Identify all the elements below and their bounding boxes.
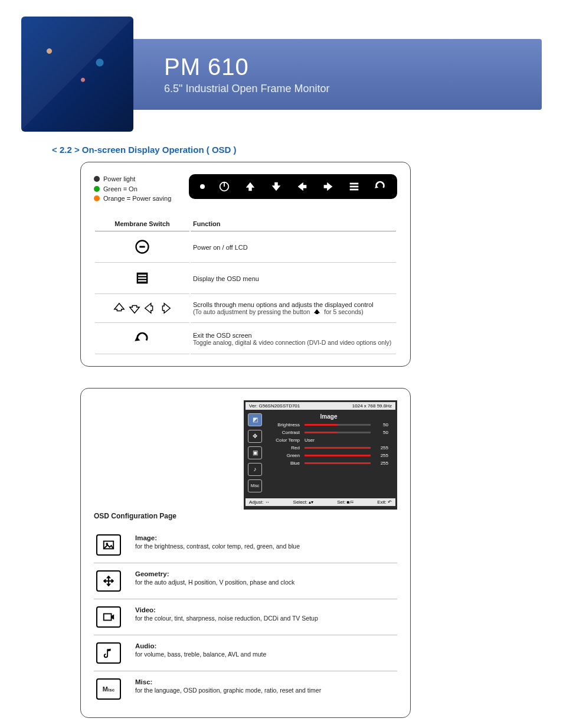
osd-slider-fill — [305, 462, 371, 464]
config-item-label: Geometry: — [135, 570, 294, 577]
power-light-icon — [94, 176, 100, 182]
membrane-switch-table: Membrane Switch Function Power on / off … — [94, 216, 397, 355]
image-icon — [96, 534, 121, 556]
audio-tab-icon: ♪ — [248, 463, 262, 476]
config-item-label: Video: — [135, 606, 318, 613]
header-banner: PM 610 6.5" Industrial Open Frame Monito… — [123, 39, 542, 110]
fn-subtext-b: for 5 seconds) — [324, 308, 364, 315]
osd-button-bar — [189, 174, 397, 199]
image-tab-icon: ◩ — [248, 413, 262, 426]
geometry-tab-icon: ✥ — [248, 430, 262, 443]
down-arrow-icon — [270, 180, 283, 193]
svg-rect-8 — [138, 275, 146, 276]
config-item-desc: for the language, OSD position, graphic … — [135, 687, 321, 694]
osd-foot-exit: Exit: ↶ — [377, 500, 392, 505]
right-arrow-icon — [159, 302, 172, 315]
config-item-label: Audio: — [135, 642, 266, 649]
osd-row-value: 255 — [375, 445, 388, 450]
osd-row: Green255 — [269, 453, 388, 458]
legend-green: Green = On — [103, 184, 138, 194]
osd-row-value: 255 — [375, 461, 388, 466]
fn-text: Exit the OSD screen — [193, 332, 394, 339]
misc-icon: Misc — [96, 678, 121, 700]
osd-foot-set: Set: ■/≡ — [337, 500, 353, 505]
fn-subtext: (To auto adjustment by pressing the butt… — [193, 308, 394, 316]
osd-row-label: Color Temp — [269, 438, 300, 443]
osd-row: Contrast50 — [269, 430, 388, 435]
section-title: < 2.2 > On-screen Display Operation ( OS… — [52, 145, 542, 155]
config-item: Audio:for volume, bass, treble, balance,… — [94, 635, 397, 671]
arrows-icon-group — [113, 302, 172, 315]
indicator-dot-icon — [200, 184, 205, 189]
config-page-title: OSD Configuration Page — [94, 512, 397, 520]
config-item-desc: for volume, bass, treble, balance, AVL a… — [135, 651, 266, 658]
right-arrow-icon — [322, 180, 335, 193]
video-tab-icon: ▣ — [248, 446, 262, 459]
config-item: Image:for the brightness, contrast, colo… — [94, 527, 397, 563]
config-item-desc: for the colour, tint, sharpness, noise r… — [135, 615, 318, 622]
osd-row: Color TempUser — [269, 438, 388, 443]
config-item-text: Video:for the colour, tint, sharpness, n… — [135, 606, 318, 622]
osd-row-label: Contrast — [269, 430, 300, 435]
osd-row-label: Blue — [269, 461, 300, 466]
osd-row-value: 255 — [375, 453, 388, 458]
header-image — [21, 17, 133, 132]
fn-subtext-a: (To auto adjustment by pressing the butt… — [193, 308, 310, 315]
osd-config-panel: Ver: G56SN20SSTD701 1024 x 768 59.8Hz ◩ … — [80, 388, 411, 718]
osd-row-label: Red — [269, 445, 300, 450]
config-item-text: Image:for the brightness, contrast, colo… — [135, 534, 300, 550]
osd-row-label: Green — [269, 453, 300, 458]
osd-slider-track — [305, 462, 371, 464]
fn-text: Display the OSD menu — [191, 264, 396, 294]
table-row: Display the OSD menu — [95, 264, 396, 294]
osd-version: Ver: G56SN20SSTD701 — [249, 403, 300, 409]
product-title: PM 610 — [164, 54, 542, 80]
osd-slider-track — [305, 447, 371, 449]
config-item-text: Audio:for volume, bass, treble, balance,… — [135, 642, 266, 658]
power-icon — [134, 239, 150, 255]
table-header-function: Function — [191, 217, 396, 231]
exit-icon — [134, 330, 150, 347]
osd-row-value: User — [305, 438, 388, 443]
svg-rect-3 — [349, 186, 358, 188]
svg-rect-2 — [349, 183, 358, 185]
config-item: Geometry:for the auto adjust, H position… — [94, 563, 397, 599]
osd-slider-fill — [305, 424, 338, 426]
config-item-label: Misc: — [135, 678, 321, 685]
osd-slider-fill — [305, 447, 371, 449]
osd-foot-adjust: Adjust: ↔ — [249, 500, 270, 505]
fn-text: Scrolls through menu options and adjusts… — [193, 301, 394, 308]
svg-rect-10 — [138, 280, 146, 281]
svg-rect-9 — [138, 277, 146, 278]
green-dot-icon — [94, 186, 100, 192]
legend-power-light: Power light — [103, 174, 135, 184]
down-arrow-icon — [128, 302, 141, 315]
config-item-text: Geometry:for the auto adjust, H position… — [135, 570, 294, 586]
video-icon — [96, 606, 121, 628]
osd-slider-fill — [305, 432, 338, 433]
config-item-desc: for the brightness, contrast, color temp… — [135, 543, 300, 550]
table-header-switch: Membrane Switch — [95, 217, 189, 231]
product-subtitle: 6.5" Industrial Open Frame Monitor — [164, 83, 542, 95]
up-arrow-icon — [113, 302, 126, 315]
osd-slider-fill — [305, 455, 371, 456]
svg-rect-4 — [349, 189, 358, 191]
osd-slider-track — [305, 424, 371, 426]
up-arrow-icon — [244, 180, 257, 193]
menu-icon — [348, 180, 361, 193]
left-arrow-icon — [143, 302, 156, 315]
power-light-legend: Power light Green = On Orange = Power sa… — [94, 174, 171, 204]
up-arrow-icon — [313, 308, 321, 316]
config-item-desc: for the auto adjust, H position, V posit… — [135, 579, 294, 586]
config-item: Video:for the colour, tint, sharpness, n… — [94, 599, 397, 635]
legend-orange: Orange = Power saving — [103, 194, 171, 204]
fn-subtext: Toggle analog, digital & video connectio… — [193, 339, 394, 346]
header: PM 610 6.5" Industrial Open Frame Monito… — [21, 17, 542, 132]
osd-row-value: 50 — [375, 430, 388, 435]
osd-slider-track — [305, 455, 371, 456]
config-item-label: Image: — [135, 534, 300, 541]
svg-rect-13 — [104, 613, 112, 620]
table-row: Scrolls through menu options and adjusts… — [95, 295, 396, 323]
osd-slider-track — [305, 432, 371, 433]
table-row: Exit the OSD screen Toggle analog, digit… — [95, 324, 396, 354]
